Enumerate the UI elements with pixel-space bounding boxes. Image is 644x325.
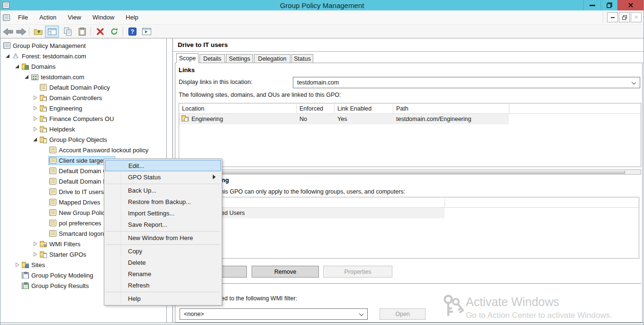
restore-button[interactable]	[600, 0, 617, 10]
menu-file[interactable]: File	[12, 11, 34, 23]
links-table-header: Location Enforced Link Enabled Path	[179, 103, 641, 114]
gpmc-window: Group Policy Management File Action View…	[0, 0, 644, 325]
properties-button[interactable]: Properties	[323, 266, 392, 278]
links-horizontal-scrollbar[interactable]	[179, 169, 641, 175]
scrollbar-thumb[interactable]	[180, 170, 625, 174]
tab-scope[interactable]: Scope	[176, 53, 199, 63]
links-caption: The following sites, domains, and OUs ar…	[179, 92, 341, 98]
new-window-button[interactable]	[141, 26, 152, 37]
expander-open-icon[interactable]	[14, 63, 21, 70]
menu-item-gpo-status[interactable]: GPO Status	[105, 171, 221, 183]
tree-item-engineering[interactable]: Engineering	[0, 103, 166, 113]
table-row-authenticated-users[interactable]: Authenticated Users	[179, 208, 640, 218]
delete-button[interactable]	[94, 26, 106, 37]
minimize-icon	[590, 5, 595, 6]
tab-status[interactable]: Status	[291, 54, 313, 63]
copy-button[interactable]	[62, 26, 73, 37]
refresh-button[interactable]	[109, 26, 120, 37]
tree-item-domain-controllers[interactable]: Domain Controllers	[0, 93, 166, 103]
expander-closed-icon[interactable]	[32, 251, 39, 258]
expander-closed-icon[interactable]	[14, 261, 21, 268]
tree-item-domains[interactable]: Domains	[0, 61, 166, 72]
menu-item-copy[interactable]: Copy	[105, 245, 221, 257]
table-row-engineering[interactable]: Engineering No Yes testdomain.com/Engine…	[179, 114, 642, 124]
up-one-level-button[interactable]	[33, 26, 44, 37]
forward-button[interactable]	[16, 26, 27, 37]
menu-item-edit[interactable]: Edit...	[105, 160, 221, 171]
back-button[interactable]	[2, 26, 14, 37]
tree-item-gpmc-root[interactable]: Group Policy Management	[0, 40, 166, 51]
menu-help[interactable]: Help	[120, 11, 144, 23]
expander-open-icon[interactable]	[4, 53, 11, 59]
menu-item-save-report[interactable]: Save Report...	[105, 219, 221, 230]
child-close-button[interactable]: ✕	[631, 12, 642, 22]
ou-folder-icon	[40, 107, 47, 111]
close-button[interactable]	[617, 0, 644, 10]
remove-button[interactable]: Remove	[252, 266, 319, 278]
tree-item-testdomain[interactable]: testdomain.com	[0, 72, 166, 82]
forest-icon	[12, 53, 19, 59]
column-enforced[interactable]: Enforced	[297, 103, 335, 114]
wmi-filter-dropdown[interactable]: <none>	[180, 308, 368, 320]
menu-item-back-up[interactable]: Back Up...	[105, 185, 221, 196]
results-icon	[22, 283, 29, 289]
expander-open-icon[interactable]	[32, 136, 39, 143]
expander-closed-icon[interactable]	[32, 241, 39, 247]
menu-item-refresh[interactable]: Refresh	[105, 279, 221, 291]
menu-window[interactable]: Window	[87, 11, 120, 23]
tab-details[interactable]: Details	[200, 54, 225, 63]
activate-windows-watermark: Activate Windows Go to Action Center to …	[442, 293, 641, 323]
menu-item-rename[interactable]: Rename	[105, 268, 221, 279]
open-button[interactable]: Open	[380, 308, 426, 320]
close-icon	[628, 2, 634, 8]
child-restore-button[interactable]	[619, 12, 630, 22]
chevron-down-icon	[632, 80, 636, 84]
help-button[interactable]: ?	[127, 26, 138, 37]
expander-closed-icon[interactable]	[32, 126, 39, 132]
toolbar-separator	[91, 27, 91, 36]
gpo-icon	[49, 178, 56, 185]
menu-item-delete[interactable]: Delete	[105, 257, 221, 268]
restore-icon	[622, 15, 627, 20]
show-console-tree-button[interactable]	[45, 26, 59, 37]
expander-closed-icon[interactable]	[32, 105, 39, 111]
paste-button[interactable]	[76, 26, 88, 37]
child-minimize-button[interactable]	[607, 12, 618, 22]
location-dropdown[interactable]: testdomain.com	[293, 77, 640, 88]
menu-item-restore-from-backup[interactable]: Restore from Backup...	[105, 196, 221, 207]
ou-folder-icon	[40, 117, 47, 122]
folder-up-icon	[34, 28, 43, 36]
ou-folder-icon	[40, 96, 47, 101]
column-link-enabled[interactable]: Link Enabled	[335, 103, 393, 114]
menu-view[interactable]: View	[62, 11, 87, 23]
toolbar-separator	[29, 27, 29, 36]
menu-item-import-settings[interactable]: Import Settings...	[105, 207, 221, 219]
minimize-button[interactable]	[583, 0, 600, 10]
column-location[interactable]: Location	[179, 103, 297, 114]
minimize-icon	[611, 17, 615, 18]
tab-delegation[interactable]: Delegation	[254, 54, 290, 63]
expander-closed-icon[interactable]	[32, 94, 39, 101]
tab-settings[interactable]: Settings	[226, 54, 253, 63]
expander-open-icon[interactable]	[23, 74, 30, 80]
tree-item-group-policy-objects[interactable]: Group Policy Objects	[0, 134, 166, 145]
watermark-subtitle: Go to Action Center to activate Windows.	[466, 311, 612, 320]
tree-item-account-password-lockout[interactable]: Account Password lockout policy	[0, 145, 166, 155]
gpo-icon	[49, 199, 56, 205]
tree-item-helpdesk[interactable]: Helpdesk	[0, 124, 166, 134]
menu-item-help[interactable]: Help	[105, 293, 221, 304]
gpo-icon	[49, 188, 56, 195]
expander-closed-icon[interactable]	[32, 115, 39, 122]
wmi-folder-icon	[40, 242, 47, 247]
gpo-icon	[49, 157, 56, 164]
tree-item-finance-computers-ou[interactable]: Finance Computers OU	[0, 113, 166, 124]
toolbar-separator	[123, 27, 123, 36]
menu-item-new-window-from-here[interactable]: New Window from Here	[105, 232, 221, 243]
gpo-icon	[49, 167, 56, 174]
tree-item-default-domain-policy[interactable]: Default Domain Policy	[0, 82, 166, 93]
tree-item-forest[interactable]: Forest: testdomain.com	[0, 51, 166, 61]
modeling-icon	[22, 272, 29, 279]
menu-action[interactable]: Action	[34, 11, 62, 23]
gpo-icon	[49, 220, 56, 226]
column-path[interactable]: Path	[393, 103, 509, 114]
